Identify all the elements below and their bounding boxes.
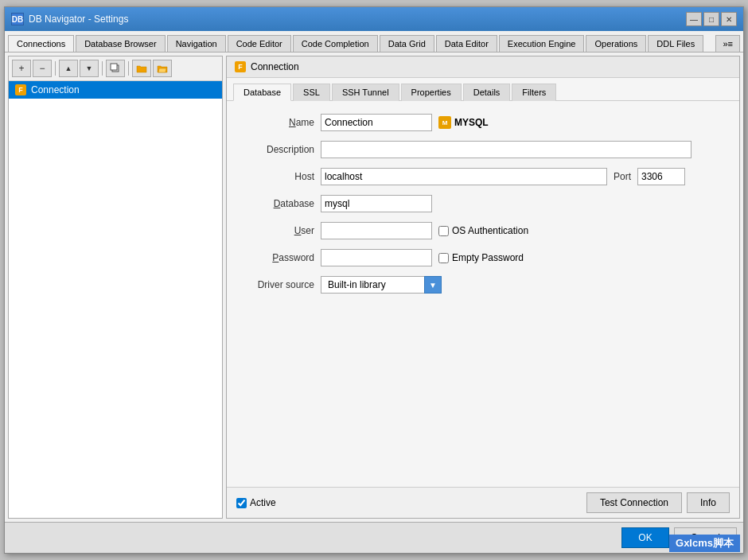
sub-tabs: Database SSL SSH Tunnel Properties Detai… [227,78,739,101]
empty-password-checkbox[interactable] [438,253,449,263]
move-down-button[interactable]: ▼ [80,60,99,77]
panel-header: F Connection [227,56,739,78]
connection-item-label: Connection [31,84,80,95]
title-bar: DB DB Navigator - Settings — □ ✕ [5,7,743,31]
driver-source-arrow[interactable]: ▼ [424,276,442,294]
database-input[interactable] [321,195,432,212]
description-input[interactable] [321,141,692,158]
app-icon-text: DB [12,15,23,24]
driver-source-label: Driver source [243,279,314,290]
db-type-icon: M [438,116,451,129]
tab-code-completion[interactable]: Code Completion [293,35,378,52]
password-input[interactable] [321,249,432,266]
subtab-ssl[interactable]: SSL [293,84,330,101]
name-input[interactable] [321,114,432,131]
user-input[interactable] [321,222,432,239]
port-label: Port [614,171,631,182]
subtab-filters[interactable]: Filters [512,84,556,101]
driver-source-select-wrap: Built-in library ▼ [321,276,442,294]
os-auth-row: OS Authentication [438,225,528,236]
name-row: Name M MYSQL [243,114,723,131]
toolbar-separator-3 [128,61,129,76]
svg-rect-1 [111,64,117,70]
folder-button-1[interactable] [132,60,151,77]
connection-icon: F [15,84,26,95]
host-label: Host [243,171,314,182]
database-row: Database [243,195,723,212]
port-input[interactable] [637,168,685,185]
copy-icon [110,63,121,74]
host-row: Host Port [243,168,723,185]
toolbar: + − ▲ ▼ [9,56,222,81]
right-panel: F Connection Database SSL SSH Tunnel Pro… [226,56,740,519]
form-area: Name M MYSQL Description Host Port [227,101,739,487]
subtab-details[interactable]: Details [463,84,511,101]
title-controls: — □ ✕ [686,12,737,26]
folder-button-2[interactable] [153,60,172,77]
database-label: Database [243,198,314,209]
more-tabs-button[interactable]: »≡ [715,35,740,52]
panel-header-icon: F [235,61,246,72]
connection-item[interactable]: F Connection [9,81,222,99]
tab-navigation[interactable]: Navigation [167,35,226,52]
left-panel: + − ▲ ▼ [8,56,223,519]
os-auth-label: OS Authentication [452,225,528,236]
subtab-database[interactable]: Database [233,84,291,101]
open-folder-icon [157,64,168,73]
active-checkbox[interactable] [236,498,247,508]
title-bar-left: DB DB Navigator - Settings [11,13,128,25]
active-label: Active [250,497,276,508]
name-label: Name [243,117,314,128]
tab-data-grid[interactable]: Data Grid [380,35,434,52]
subtab-properties[interactable]: Properties [401,84,462,101]
tab-execution-engine[interactable]: Execution Engine [499,35,585,52]
user-row: User OS Authentication [243,222,723,239]
host-input[interactable] [321,168,607,185]
watermark: Gxlcms脚本 [669,535,740,552]
move-up-button[interactable]: ▲ [59,60,78,77]
tab-connections[interactable]: Connections [8,35,74,52]
remove-connection-button[interactable]: − [33,60,52,77]
ok-button[interactable]: OK [621,527,668,548]
toolbar-separator-1 [55,61,56,76]
empty-password-row: Empty Password [438,252,524,263]
active-check: Active [236,497,276,508]
db-type-text: MYSQL [454,117,489,128]
tab-operations[interactable]: Operations [586,35,646,52]
footer: OK Cancel [5,522,743,553]
driver-source-value: Built-in library [321,276,424,294]
minimize-button[interactable]: — [686,12,702,26]
toolbar-separator-2 [102,61,103,76]
folder-icon [136,64,147,73]
add-connection-button[interactable]: + [12,60,31,77]
test-connection-button[interactable]: Test Connection [586,492,682,513]
bottom-bar: Active Test Connection Info [227,487,739,518]
description-row: Description [243,141,723,158]
panel-header-title: Connection [251,61,299,72]
content-area: + − ▲ ▼ [5,52,743,522]
driver-source-row: Driver source Built-in library ▼ [243,276,723,294]
close-button[interactable]: ✕ [721,12,737,26]
maximize-button[interactable]: □ [703,12,719,26]
db-type-label: M MYSQL [438,116,489,129]
os-auth-checkbox[interactable] [438,226,449,236]
description-label: Description [243,144,314,155]
info-button[interactable]: Info [687,492,730,513]
tab-data-editor[interactable]: Data Editor [436,35,497,52]
main-tabs: Connections Database Browser Navigation … [5,31,743,52]
tab-code-editor[interactable]: Code Editor [228,35,291,52]
tab-database-browser[interactable]: Database Browser [76,35,166,52]
subtab-ssh-tunnel[interactable]: SSH Tunnel [332,84,399,101]
password-label: Password [243,252,314,263]
empty-password-label: Empty Password [452,252,524,263]
window-title: DB Navigator - Settings [29,14,128,25]
settings-window: DB DB Navigator - Settings — □ ✕ Connect… [4,6,744,554]
copy-button[interactable] [106,60,125,77]
app-icon: DB [11,13,24,25]
tab-ddl-files[interactable]: DDL Files [648,35,703,52]
bottom-buttons: Test Connection Info [586,492,730,513]
connection-list: F Connection [9,81,222,518]
user-label: User [243,225,314,236]
password-row: Password Empty Password [243,249,723,266]
